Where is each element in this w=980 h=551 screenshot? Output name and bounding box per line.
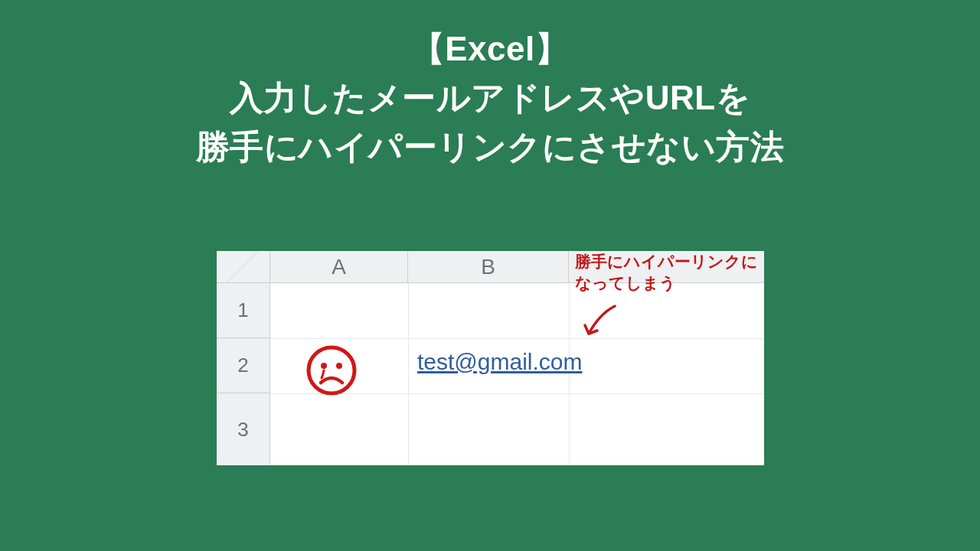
column-header-B: B [408,251,569,283]
article-title: 【Excel】 入力したメールアドレスやURLを 勝手にハイパーリンクにさせない… [0,0,980,171]
row-header-2: 2 [217,338,270,393]
row-header-1: 1 [217,283,270,338]
annotation-text: 勝手にハイパーリンクに なってしまう [575,251,768,295]
title-line-2: 入力したメールアドレスやURLを [0,73,980,122]
column-header-A: A [270,251,408,283]
sad-face-icon [304,343,359,398]
cell-B2-hyperlink: test@gmail.com [417,349,583,375]
row-header-3: 3 [217,393,270,465]
svg-point-0 [309,347,354,393]
excel-screenshot-panel: A B 1 2 3 勝手にハイパーリンクに なってしまう test@gmail.… [217,251,764,465]
select-all-corner [217,251,270,283]
gridline [270,338,764,339]
annotation-line-1: 勝手にハイパーリンクに [575,251,768,272]
title-line-3: 勝手にハイパーリンクにさせない方法 [0,122,980,171]
curved-arrow-icon [577,300,622,346]
title-line-1: 【Excel】 [0,24,980,73]
svg-point-1 [321,363,327,369]
svg-point-2 [336,363,342,369]
annotation-line-2: なってしまう [575,272,768,294]
gridline [408,283,409,465]
